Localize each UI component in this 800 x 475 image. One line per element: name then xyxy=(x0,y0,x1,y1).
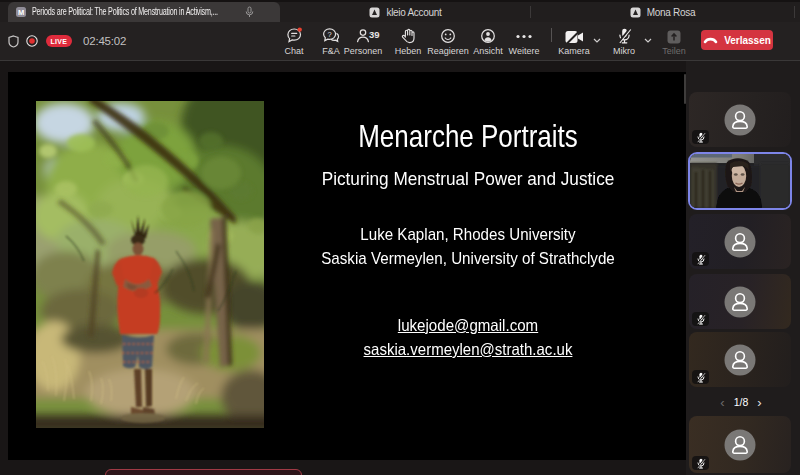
svg-text:?: ? xyxy=(328,30,332,39)
